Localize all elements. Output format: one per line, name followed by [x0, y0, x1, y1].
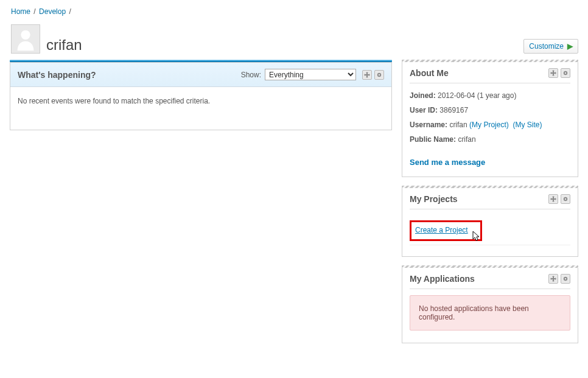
send-message-link[interactable]: Send me a message [410, 158, 570, 167]
gear-icon[interactable] [374, 70, 384, 80]
about-me-title: About Me [410, 68, 542, 78]
breadcrumb-sep: / [68, 7, 72, 16]
page-title: crifan [46, 38, 82, 54]
svg-point-1 [21, 30, 30, 40]
breadcrumb: Home / Develop / [10, 6, 578, 19]
breadcrumb-home[interactable]: Home [11, 7, 30, 16]
move-icon[interactable] [362, 70, 372, 80]
meta-publicname-value: crifan [458, 135, 475, 144]
divider [410, 289, 570, 289]
my-applications-title: My Applications [410, 274, 542, 284]
cursor-icon [471, 231, 481, 244]
gear-icon[interactable] [561, 274, 570, 284]
activity-feed-title: What's happening? [18, 70, 241, 80]
customize-button[interactable]: Customize ▶ [523, 39, 578, 54]
my-applications-panel: My Applications No hosted applications h… [402, 268, 578, 343]
profile-head: crifan [10, 23, 82, 54]
breadcrumb-sep: / [32, 7, 37, 16]
create-project-highlight: Create a Project [410, 220, 482, 241]
show-filter-select[interactable]: Everything [265, 69, 356, 80]
my-projects-panel: My Projects Create a Project [402, 188, 578, 257]
svg-point-9 [565, 278, 567, 280]
customize-label: Customize [529, 42, 564, 51]
move-icon[interactable] [548, 194, 558, 204]
no-applications-alert: No hosted applications have been configu… [410, 295, 570, 331]
breadcrumb-develop[interactable]: Develop [39, 7, 66, 16]
activity-feed-panel: What's happening? Show: Everything No re… [10, 62, 392, 130]
meta-joined-value: 2012-06-04 (1 year ago) [438, 91, 516, 100]
meta-userid-value: 3869167 [439, 106, 468, 114]
gear-icon[interactable] [561, 68, 570, 78]
meta-username-value: crifan [449, 121, 467, 129]
divider [410, 209, 570, 209]
meta-username-label: Username: [410, 121, 447, 129]
meta-joined: Joined: 2012-06-04 (1 year ago) [410, 89, 570, 104]
svg-point-3 [379, 74, 380, 75]
meta-joined-label: Joined: [410, 91, 436, 100]
my-site-link[interactable]: (My Site) [513, 121, 542, 129]
my-project-link[interactable]: (My Project) [469, 121, 509, 129]
divider [410, 245, 570, 245]
create-project-link[interactable]: Create a Project [415, 226, 468, 234]
svg-point-7 [565, 198, 567, 200]
move-icon[interactable] [548, 68, 558, 78]
meta-publicname: Public Name: crifan [410, 133, 570, 148]
chevron-right-icon: ▶ [567, 42, 573, 51]
meta-publicname-label: Public Name: [410, 135, 456, 144]
meta-username: Username: crifan (My Project) (My Site) [410, 119, 570, 133]
svg-point-5 [565, 72, 567, 74]
meta-userid: User ID: 3869167 [410, 104, 570, 119]
move-icon[interactable] [548, 274, 558, 284]
gear-icon[interactable] [561, 194, 570, 204]
activity-empty-message: No recent events were found to match the… [18, 97, 210, 105]
divider [410, 83, 570, 83]
meta-userid-label: User ID: [410, 106, 438, 114]
activity-feed-body: No recent events were found to match the… [10, 87, 391, 130]
show-filter-label: Show: [241, 71, 261, 79]
my-projects-title: My Projects [410, 194, 542, 204]
avatar [11, 24, 40, 54]
about-me-panel: About Me Joined: 2012-06-04 (1 year ago)… [402, 62, 578, 177]
